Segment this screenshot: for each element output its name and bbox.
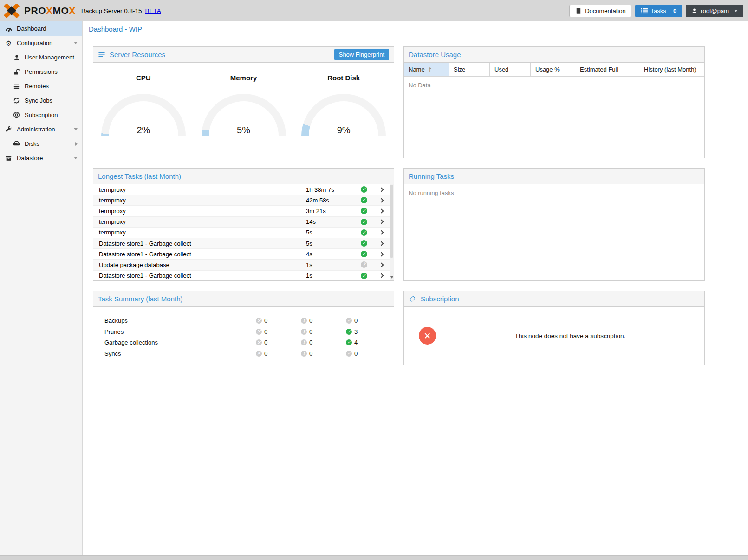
subscription-header: Subscription [404, 291, 704, 307]
root-disk-gauge: Root Disk 9% [293, 74, 394, 137]
tasks-scrollbar[interactable] [390, 184, 394, 280]
sidebar-item-label: Subscription [25, 111, 58, 118]
task-row[interactable]: termproxy 14s [93, 217, 390, 228]
datastore-usage-header: Datastore Usage [404, 47, 704, 63]
sidebar-item-remotes[interactable]: Remotes [0, 79, 82, 93]
task-row[interactable]: termproxy 5s [93, 228, 390, 238]
chevron-right-icon [379, 209, 384, 214]
summary-row-prunes: Prunes 0 0 3 [104, 326, 394, 338]
longest-tasks-header: Longest Tasks (last Month) [93, 169, 394, 184]
gauge-label: Memory [194, 74, 294, 82]
summary-row-syncs: Syncs 0 0 0 [104, 348, 394, 359]
archive-icon [5, 155, 13, 162]
task-open-button[interactable] [373, 253, 390, 256]
sidebar-item-user-management[interactable]: User Management [0, 50, 82, 65]
summary-row-garbage-collections: Garbage collections 0 0 4 [104, 337, 394, 348]
scrollbar-thumb[interactable] [390, 185, 393, 258]
task-name: termproxy [93, 186, 306, 193]
sidebar-item-administration[interactable]: Administration [0, 122, 82, 137]
gears-icon: ⚙ [5, 40, 13, 46]
life-ring-icon [13, 111, 20, 118]
panel-title: Running Tasks [409, 172, 454, 180]
task-row[interactable]: termproxy 3m 21s [93, 206, 390, 216]
sidebar-item-subscription[interactable]: Subscription [0, 108, 82, 122]
task-summary-header: Task Summary (last Month) [93, 291, 394, 307]
caret-down-icon [734, 10, 738, 12]
datastore-table-header: Name ↑ Size Used Usage % Estimated Full [404, 63, 704, 77]
sidebar-item-label: Remotes [25, 83, 49, 90]
gauge-value: 9% [301, 125, 386, 136]
task-row[interactable]: termproxy 1h 38m 7s [93, 184, 390, 195]
panel-title: Longest Tasks (last Month) [98, 172, 181, 180]
task-duration: 14s [306, 218, 355, 225]
sidebar-item-permissions[interactable]: Permissions [0, 65, 82, 79]
running-tasks-panel: Running Tasks No running tasks [403, 168, 705, 281]
server-resources-header: Server Resources Show Fingerprint [93, 47, 394, 63]
sidebar-item-label: Disks [25, 140, 39, 147]
show-fingerprint-button[interactable]: Show Fingerprint [334, 49, 389, 60]
sidebar-item-datastore[interactable]: Datastore [0, 151, 82, 165]
dashboard-grid: Server Resources Show Fingerprint CPU 2% [93, 46, 748, 365]
task-name: termproxy [93, 218, 306, 225]
scroll-down-arrow-icon[interactable] [390, 275, 394, 280]
task-open-button[interactable] [373, 220, 390, 223]
cpu-gauge: CPU 2% [93, 74, 194, 137]
task-open-button[interactable] [373, 188, 390, 191]
task-row[interactable]: Datastore store1 - Garbage collect 4s [93, 249, 390, 260]
panel-title: Subscription [421, 295, 459, 303]
sidebar-item-sync-jobs[interactable]: Sync Jobs [0, 93, 82, 108]
task-open-button[interactable] [373, 199, 390, 202]
caret-down-icon [74, 128, 78, 130]
sidebar-item-disks[interactable]: Disks [0, 137, 82, 151]
sync-icon [13, 97, 20, 104]
task-open-button[interactable] [373, 242, 390, 245]
task-duration: 42m 58s [306, 197, 355, 204]
task-status-icon [361, 197, 367, 203]
task-open-button[interactable] [373, 274, 390, 277]
chevron-right-icon [379, 220, 384, 224]
sidebar-item-label: Administration [17, 126, 55, 133]
bottom-scrollbar-track[interactable] [0, 555, 748, 560]
column-header-usage-pct[interactable]: Usage % [531, 63, 575, 76]
no-running-tasks-text: No running tasks [404, 184, 704, 202]
column-header-history[interactable]: History (last Month) [639, 63, 704, 76]
task-open-button[interactable] [373, 209, 390, 213]
task-open-button[interactable] [373, 263, 390, 267]
sidebar-item-label: Permissions [25, 68, 58, 75]
subscription-panel: Subscription ✕ This node does not have a… [403, 291, 705, 365]
column-header-size[interactable]: Size [449, 63, 490, 76]
exclamation-circle-icon [301, 339, 307, 345]
sidebar-item-label: Dashboard [17, 25, 46, 32]
documentation-button[interactable]: Documentation [569, 5, 631, 17]
ticket-icon [409, 295, 416, 303]
sidebar-item-configuration[interactable]: ⚙ Configuration [0, 36, 82, 50]
server-bars-icon [13, 83, 20, 90]
server-resources-panel: Server Resources Show Fingerprint CPU 2% [93, 46, 394, 158]
task-open-button[interactable] [373, 231, 390, 234]
wrench-icon [5, 126, 13, 133]
task-status-icon [361, 240, 367, 247]
check-circle-icon [346, 318, 352, 324]
exclamation-circle-icon [301, 329, 307, 335]
gauge-label: Root Disk [293, 74, 394, 82]
user-icon [13, 54, 20, 61]
task-row[interactable]: Datastore store1 - Garbage collect 5s [93, 238, 390, 249]
user-menu-button[interactable]: root@pam [686, 5, 743, 17]
chevron-right-icon [379, 230, 384, 235]
datastore-usage-panel: Datastore Usage Name ↑ Size Used Usage % [403, 46, 705, 158]
task-row[interactable]: termproxy 42m 58s [93, 195, 390, 206]
sidebar-item-dashboard[interactable]: Dashboard [0, 21, 82, 36]
task-row[interactable]: Datastore store1 - Garbage collect 1s [93, 271, 390, 281]
task-name: termproxy [93, 197, 306, 204]
panel-title: Server Resources [110, 51, 165, 59]
beta-link[interactable]: BETA [145, 7, 161, 14]
header-actions: Documentation Tasks 0 root@pam [569, 5, 743, 17]
check-circle-icon [346, 329, 352, 335]
tasks-button[interactable]: Tasks 0 [635, 5, 682, 17]
column-header-used[interactable]: Used [490, 63, 531, 76]
column-header-name[interactable]: Name ↑ [404, 63, 449, 76]
memory-gauge: Memory 5% [194, 74, 294, 137]
task-row[interactable]: Update package database 1s [93, 260, 390, 270]
column-header-estimated-full[interactable]: Estimated Full [575, 63, 639, 76]
task-duration: 5s [306, 229, 355, 236]
